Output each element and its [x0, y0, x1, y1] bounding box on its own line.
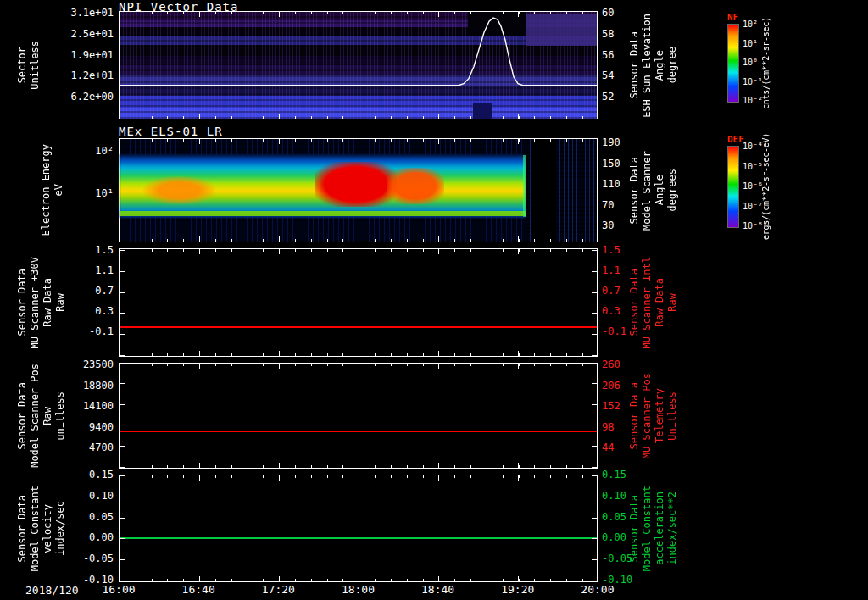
tick-label: 2.5e+01: [70, 29, 114, 39]
axis-label-line: index/sec**2: [667, 492, 678, 565]
tick-label: 0.05: [89, 512, 114, 522]
panel4-left-ticks: 23500188001410094004700: [58, 359, 114, 453]
panel1-y-axis-label: SectorUnitless: [17, 11, 41, 119]
axis-label-line: Sector: [17, 47, 28, 83]
axis-label-line: Raw: [667, 293, 678, 312]
y-tick-marks: [592, 364, 597, 468]
tick-label: 0.7: [95, 286, 114, 296]
panel2-spectrogram: [119, 138, 598, 242]
x-minor-tick-marks: [120, 249, 597, 252]
axis-label-line: Sensor Data: [629, 269, 640, 336]
tick-label: 20:00: [579, 584, 616, 596]
x-minor-tick-marks: [120, 353, 597, 356]
tick-label: 10⁻⁵: [743, 163, 778, 171]
panel2-title: MEx ELS-01 LR: [119, 125, 223, 138]
panel3-left-ticks: 1.51.10.70.3-0.1: [58, 245, 114, 336]
x-minor-tick-marks: [120, 579, 597, 581]
tick-label: -0.05: [83, 553, 114, 564]
tick-label: 10⁻⁸: [743, 222, 778, 231]
colorbar1-units: cnts/(cm**2-sr-sec): [761, 15, 771, 112]
panel5-left-ticks: 0.150.100.050.00-0.05-0.10: [58, 469, 114, 585]
tick-label: 18800: [83, 381, 114, 391]
tick-label: 0.3: [95, 306, 114, 316]
panel2-right-axis-label: Sensor DataModel ScannerAngledegrees: [629, 138, 678, 242]
axis-label-line: Unitless: [667, 392, 678, 441]
axis-label-line: Raw Data: [654, 278, 665, 327]
intense-flux-blob: [387, 168, 444, 205]
x-minor-tick-marks: [120, 475, 597, 478]
axis-label-line: velocity: [42, 504, 53, 553]
tick-label: 6.2e+00: [70, 92, 114, 102]
colorbar1-title: NF: [727, 12, 738, 23]
tick-label: 16:00: [100, 584, 137, 596]
axis-label-line: Model Constant: [642, 486, 653, 571]
axis-label-line: MU Scanner +30V: [30, 257, 41, 348]
axis-label-line: Model Scanner: [642, 151, 653, 231]
panel1-left-ticks: 3.1e+012.5e+011.9e+011.2e+016.2e+00: [58, 8, 114, 102]
tick-label: 10⁻²: [743, 97, 778, 105]
tick-label: 17:20: [259, 584, 297, 596]
axis-label-line: Model Constant: [30, 486, 41, 571]
axis-label-line: Model Scanner Pos: [30, 364, 41, 468]
constant-value-line-green: [120, 537, 597, 539]
axis-label-line: Sensor Data: [17, 382, 28, 449]
tick-label: -0.1: [89, 326, 114, 336]
tick-label: 18:40: [420, 584, 457, 596]
tick-label: 1.5: [95, 245, 114, 255]
x-tick-marks: [120, 576, 597, 581]
tick-label: 4700: [89, 442, 114, 453]
tick-label: 10⁻¹: [743, 78, 778, 86]
panel2-left-ticks: 10²10¹: [58, 146, 114, 198]
tick-label: 3.1e+01: [70, 8, 114, 18]
colorbar2-ticks: 10⁻⁴10⁻⁵10⁻⁶10⁻⁷10⁻⁸: [743, 142, 778, 231]
tick-label: 0.15: [89, 469, 114, 480]
transition-edge: [523, 155, 526, 217]
tick-label: 23500: [83, 359, 114, 369]
axis-label-line: Raw Data: [42, 278, 53, 327]
tick-label: 1.2e+01: [70, 70, 114, 81]
panel3-right-axis-label: Sensor DataMU Scanner IntlRaw DataRaw: [629, 248, 678, 357]
constant-value-line-red: [120, 326, 597, 328]
tick-label: 1.1: [95, 265, 114, 275]
axis-label-line: Sensor Data: [17, 269, 28, 336]
x-tick-marks: [120, 475, 597, 481]
colorbar1-ticks: 10²10¹10⁰10⁻¹10⁻²: [743, 20, 778, 105]
axis-label-line: Telemetry: [654, 388, 665, 443]
x-tick-marks: [120, 364, 597, 369]
constant-value-line-red: [120, 431, 597, 432]
tick-label: 9400: [89, 422, 114, 432]
panel1-right-axis-label: Sensor DataESH Sun ElevationAngledegree: [629, 11, 678, 119]
axis-label-line: Sensor Data: [17, 495, 28, 562]
x-tick-marks: [120, 351, 597, 356]
tick-label: 10⁰: [743, 58, 778, 67]
tick-label: 16:40: [180, 584, 217, 596]
tick-label: 10²: [743, 20, 778, 29]
tick-label: 10²: [95, 146, 114, 156]
flux-enhancement: [143, 176, 214, 205]
axis-label-line: MU Scanner Pos: [642, 373, 653, 458]
panel3-line-plot: [119, 248, 598, 357]
tick-label: 10⁻⁶: [743, 182, 778, 191]
axis-label-line: Sensor Data: [629, 31, 640, 98]
tick-label: 10⁻⁴: [743, 142, 778, 151]
y-tick-marks: [592, 475, 597, 581]
x-minor-tick-marks: [120, 364, 597, 366]
panel1-spectrogram: [119, 11, 598, 119]
tick-label: 10¹: [95, 188, 114, 198]
panel5-line-plot: [119, 475, 598, 582]
axis-label-line: acceleration: [654, 492, 665, 565]
x-axis-tick-labels: 16:0016:4017:2018:0018:4019:2020:00: [100, 584, 616, 596]
tick-label: 19:20: [499, 584, 537, 596]
panel5-right-axis-label: Sensor DataModel Constantaccelerationind…: [629, 475, 678, 582]
low-energy-strip: [120, 211, 526, 216]
colorbar2-units: ergs/(cm**2-sr-sec-eV): [761, 131, 771, 242]
panel4-right-axis-label: Sensor DataMU Scanner PosTelemetryUnitle…: [629, 363, 678, 469]
tick-label: 14100: [83, 401, 114, 411]
axis-label-line: Sensor Data: [629, 382, 640, 449]
tick-label: 18:00: [339, 584, 376, 596]
colorbar2: [727, 146, 739, 228]
axis-label-line: MU Scanner Intl: [642, 257, 653, 348]
science-plot-page: NPI Vector Data MEx ELS-01 LR SectorUnit…: [0, 0, 868, 600]
axis-label-line: Angle: [654, 50, 665, 81]
x-tick-marks: [120, 463, 597, 468]
